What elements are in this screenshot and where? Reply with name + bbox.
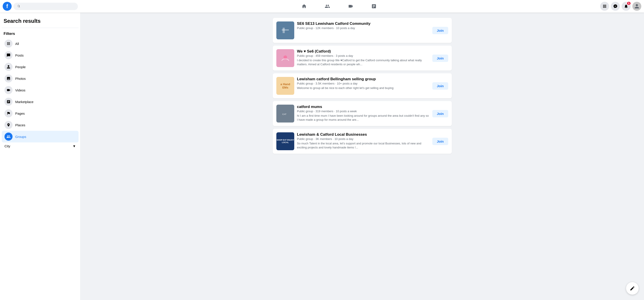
places-icon — [4, 121, 12, 129]
sidebar-item-photos[interactable]: Photos — [2, 73, 78, 84]
group-name-0: SE6 SE13 Lewisham Catford Community — [297, 21, 430, 26]
results-container: SE6 SE13 Lewisham Catford Community Publ… — [273, 18, 452, 295]
group-card-1: We ♥ Se6 (Catford) Public group · 459 me… — [273, 46, 452, 71]
sidebar-item-pages-label: Pages — [15, 112, 25, 115]
messenger-icon — [613, 4, 618, 8]
user-avatar[interactable] — [632, 2, 641, 11]
thumb-text-2: a HandEMs — [280, 82, 290, 89]
nav-watch-button[interactable] — [340, 1, 362, 12]
all-icon — [4, 39, 12, 48]
groups-icon — [4, 133, 12, 141]
home-icon — [302, 3, 307, 9]
svg-rect-2 — [282, 28, 285, 33]
group-desc-4: So much Talent in the local area, let's … — [297, 141, 430, 150]
search-input[interactable]: Catford — [22, 4, 74, 8]
sidebar-divider — [2, 28, 78, 28]
sidebar-item-marketplace-label: Marketplace — [15, 100, 34, 104]
group-info-4: Lewisham & Catford Local Businesses Publ… — [297, 132, 430, 150]
main-content: SE6 SE13 Lewisham Catford Community Publ… — [80, 12, 644, 300]
grid-icon — [602, 4, 607, 8]
sidebar-item-pages[interactable]: Pages — [2, 107, 78, 119]
compose-button[interactable] — [626, 282, 639, 295]
group-meta-0: Public group · 12K members · 10 posts a … — [297, 26, 430, 30]
nav-friends-button[interactable] — [316, 1, 338, 12]
page-title: Search results — [2, 16, 78, 27]
marketplace-nav-icon — [371, 3, 376, 9]
sidebar-item-videos-label: Videos — [15, 88, 26, 92]
search-box[interactable]: Catford — [14, 3, 78, 10]
group-info-0: SE6 SE13 Lewisham Catford Community Publ… — [297, 21, 430, 31]
chevron-down-icon: ▼ — [72, 144, 76, 148]
join-button-4[interactable]: Join — [432, 138, 448, 145]
avatar-icon — [634, 3, 640, 9]
group-thumb-2: a HandEMs — [276, 77, 294, 95]
group-meta-4: Public group · 3K members · 10 posts a d… — [297, 137, 430, 141]
sidebar-item-all-label: All — [15, 42, 19, 46]
videos-icon — [4, 86, 12, 94]
group-card-0: SE6 SE13 Lewisham Catford Community Publ… — [273, 18, 452, 43]
group-card-2: a HandEMs Lewisham catford Bellingham se… — [273, 73, 452, 98]
group-meta-1: Public group · 459 members · 3 posts a d… — [297, 54, 430, 57]
people-icon — [4, 63, 12, 71]
svg-text:CAT: CAT — [282, 113, 286, 115]
watch-icon — [348, 3, 353, 9]
sidebar-item-posts-label: Posts — [15, 53, 24, 57]
city-filter[interactable]: City ▼ — [2, 142, 78, 150]
group-info-1: We ♥ Se6 (Catford) Public group · 459 me… — [297, 49, 430, 66]
sidebar-item-videos[interactable]: Videos — [2, 84, 78, 96]
group-name-1: We ♥ Se6 (Catford) — [297, 49, 430, 54]
pages-icon — [4, 109, 12, 117]
sidebar-item-marketplace[interactable]: Marketplace — [2, 96, 78, 107]
nav-home-button[interactable] — [293, 1, 315, 12]
apps-button[interactable] — [600, 2, 609, 11]
notifications-button[interactable]: 5 — [622, 2, 630, 11]
group-thumb-0 — [276, 21, 294, 39]
group-name-2: Lewisham catford Bellingham selling grou… — [297, 77, 430, 81]
group-thumb-4: SHOP EAT ENJOYLOCAL — [276, 132, 294, 150]
sidebar: Search results Filters All Posts People — [0, 12, 80, 300]
group-thumb-1 — [276, 49, 294, 67]
group-card-4: SHOP EAT ENJOYLOCAL Lewisham & Catford L… — [273, 129, 452, 154]
notification-badge: 5 — [626, 1, 631, 5]
compose-icon — [630, 286, 635, 291]
group-info-3: catford mums Public group · 319 members … — [297, 105, 430, 122]
filters-label: Filters — [2, 31, 78, 38]
sidebar-item-places[interactable]: Places — [2, 119, 78, 131]
group-info-2: Lewisham catford Bellingham selling grou… — [297, 77, 430, 90]
group-meta-3: Public group · 319 members · 10 posts a … — [297, 110, 430, 113]
marketplace-icon — [4, 98, 12, 106]
group-thumb-3: CAT — [276, 105, 294, 122]
topnav-right: 5 — [598, 2, 644, 11]
sidebar-item-all[interactable]: All — [2, 38, 78, 49]
group-desc-2: Welcome to group all be nice to each oth… — [297, 86, 430, 90]
group-desc-3: hi I am a first time mum I have been loo… — [297, 114, 430, 122]
group-name-3: catford mums — [297, 105, 430, 109]
group-meta-2: Public group · 3.5K members · 10+ posts … — [297, 82, 430, 85]
join-button-3[interactable]: Join — [432, 110, 448, 117]
group-card-3: CAT catford mums Public group · 319 memb… — [273, 101, 452, 126]
photos-icon — [4, 74, 12, 82]
sidebar-item-groups-label: Groups — [15, 135, 26, 139]
city-label: City — [4, 144, 10, 148]
join-button-0[interactable]: Join — [432, 27, 448, 34]
join-button-2[interactable]: Join — [432, 82, 448, 90]
sidebar-item-people[interactable]: People — [2, 61, 78, 73]
sidebar-item-photos-label: Photos — [15, 77, 26, 80]
sidebar-item-groups[interactable]: Groups — [2, 131, 78, 142]
topnav-center — [80, 1, 598, 12]
sidebar-item-posts[interactable]: Posts — [2, 49, 78, 61]
join-button-1[interactable]: Join — [432, 54, 448, 62]
main-layout: Search results Filters All Posts People — [0, 12, 644, 300]
topnav-left: f Catford — [0, 2, 80, 11]
top-navigation: f Catford 5 — [0, 0, 644, 12]
nav-marketplace-button[interactable] — [363, 1, 385, 12]
sidebar-item-places-label: Places — [15, 123, 25, 127]
posts-icon — [4, 51, 12, 59]
search-icon — [17, 4, 20, 8]
messenger-button[interactable] — [611, 2, 620, 11]
sidebar-item-people-label: People — [15, 65, 26, 69]
group-desc-1: I decided to create this group We ♥Catfo… — [297, 58, 430, 66]
group-name-4: Lewisham & Catford Local Businesses — [297, 132, 430, 137]
facebook-logo[interactable]: f — [3, 2, 12, 11]
friends-icon — [325, 3, 330, 9]
